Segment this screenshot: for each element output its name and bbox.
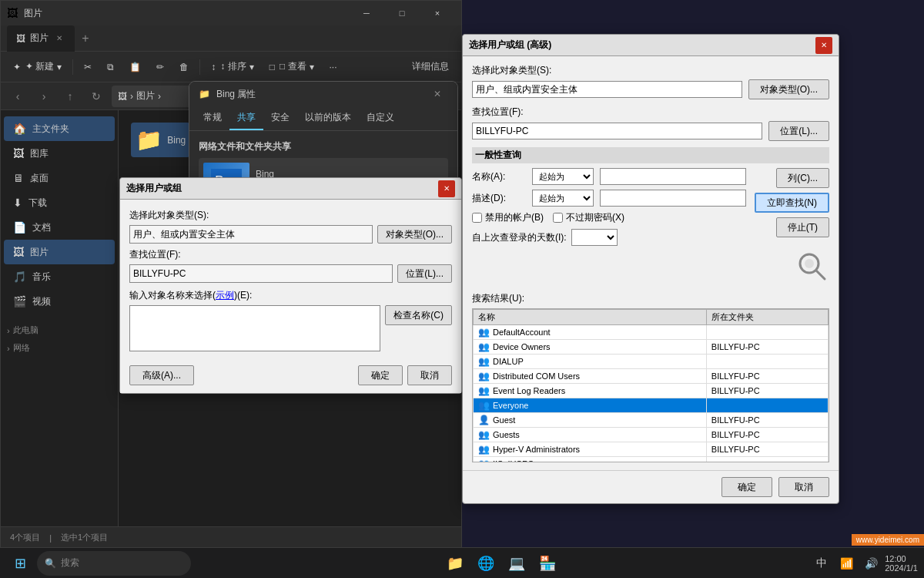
bing-dialog-title: Bing 属性 [216,88,420,101]
details-button[interactable]: 详细信息 [406,55,455,79]
desc-query-row: 描述(D): 起始为 [472,190,746,207]
type-input[interactable] [129,225,373,244]
tray-network[interactable]: 📶 [835,553,857,574]
col-name-header[interactable]: 名称 [474,310,707,325]
select-user-ok[interactable]: 确定 [358,365,403,385]
tab-close-icon[interactable]: ✕ [53,32,65,45]
tab-pictures[interactable]: 🖼 图片 ✕ [7,25,75,52]
sidebar-item-music[interactable]: 🎵 音乐 [4,264,115,289]
select-user-dialog: 选择用户或组 ✕ 选择此对象类型(S): 对象类型(O)... 查找位置(F):… [119,177,462,394]
system-tray: 中 📶 🔊 12:002024/1/1 [811,553,918,574]
sidebar-section-thispc[interactable]: › 此电脑 [1,320,118,338]
adv-location-button[interactable]: 位置(L)... [768,121,829,141]
result-name: Guests [493,430,520,439]
name-textarea[interactable] [129,305,380,351]
select-user-close[interactable]: ✕ [438,180,455,197]
table-row[interactable]: 👥 Everyone [474,398,829,413]
sidebar-item-home[interactable]: 🏠 主文件夹 [4,116,115,141]
new-tab-button[interactable]: + [75,28,96,49]
result-name: Event Log Readers [493,386,565,395]
adv-type-input[interactable] [472,81,742,98]
bing-dialog-close[interactable]: ✕ [427,83,448,105]
up-button[interactable]: ↑ [59,86,81,107]
sidebar-item-desktop[interactable]: 🖥 桌面 [4,166,115,190]
group-icon: 👥 [478,327,490,338]
adv-ok-button[interactable]: 确定 [721,477,772,497]
col-folder-header[interactable]: 所在文件夹 [706,310,828,325]
result-name-cell: 👥 Event Log Readers [474,384,707,398]
tab-previous[interactable]: 以前的版本 [297,106,359,130]
table-row[interactable]: 👥 IIS_IUSRS [474,457,829,463]
group-icon: 👥 [478,429,490,440]
tab-custom[interactable]: 自定义 [359,106,402,130]
taskbar-browser-icon[interactable]: 🌐 [472,549,500,577]
sort-button[interactable]: ↕ ↕ 排序 ▾ [205,55,259,79]
table-row[interactable]: 👥 DefaultAccount [474,325,829,340]
tab-general[interactable]: 常规 [196,106,229,130]
paste-button[interactable]: 📋 [123,55,147,79]
cut-button[interactable]: ✂ [78,55,98,79]
list-columns-button[interactable]: 列(C)... [776,168,829,188]
sidebar-section-network[interactable]: › 网络 [1,338,118,355]
adv-close[interactable]: ✕ [815,37,832,54]
input-label: 输入对象名称来选择(示例)(E): [129,289,452,302]
advanced-button[interactable]: 高级(A)... [129,365,194,385]
name-query-input[interactable] [600,168,746,185]
forward-button[interactable]: › [33,86,55,107]
folder-item-bing[interactable]: 📁 Bing [131,123,190,157]
stop-button[interactable]: 停止(T) [776,217,829,237]
location-button[interactable]: 位置(L)... [397,264,452,283]
days-select[interactable] [571,229,618,246]
table-row[interactable]: 👤 Guest BILLYFU-PC [474,413,829,428]
taskbar-search[interactable]: 🔍 搜索 [37,551,191,576]
type-button[interactable]: 对象类型(O)... [377,225,452,244]
table-row[interactable]: 👥 Guests BILLYFU-PC [474,428,829,442]
check-name-button[interactable]: 检查名称(C) [385,305,452,325]
adv-location-input[interactable] [472,123,762,139]
example-link[interactable]: 示例 [216,290,234,301]
table-row[interactable]: 👥 Event Log Readers BILLYFU-PC [474,384,829,398]
delete-button[interactable]: 🗑 [173,55,195,79]
select-user-body: 选择此对象类型(S): 对象类型(O)... 查找位置(F): 位置(L)...… [120,200,461,361]
sidebar-item-videos[interactable]: 🎬 视频 [4,289,115,314]
name-starts-select[interactable]: 起始为 [532,168,594,185]
close-button[interactable]: × [420,1,455,25]
rename-button[interactable]: ✏ [150,55,170,79]
sidebar-item-downloads[interactable]: ⬇ 下载 [4,190,115,215]
table-row[interactable]: 👥 Hyper-V Administrators BILLYFU-PC [474,442,829,457]
tray-lang[interactable]: 中 [811,553,832,574]
sidebar-item-documents[interactable]: 📄 文档 [4,215,115,240]
sidebar-item-pictures[interactable]: 🖼 图片 [4,240,115,264]
results-header-row: 名称 所在文件夹 [474,310,829,325]
tray-volume[interactable]: 🔊 [860,553,882,574]
location-input[interactable] [129,264,393,283]
view-button[interactable]: □ □ 查看 ▾ [263,55,320,79]
maximize-button[interactable]: □ [384,1,420,25]
back-button[interactable]: ‹ [7,86,28,107]
tab-security[interactable]: 安全 [263,106,297,130]
desc-query-input[interactable] [600,190,746,207]
table-row[interactable]: 👥 Device Owners BILLYFU-PC [474,340,829,355]
results-container[interactable]: 名称 所在文件夹 👥 DefaultAccount 👥 Device Owner… [472,308,829,462]
start-button[interactable]: ⊞ [6,549,34,577]
adv-type-button[interactable]: 对象类型(O)... [748,79,829,99]
sidebar-item-gallery[interactable]: 🖼 图库 [4,141,115,166]
bing-dialog-icon: 📁 [199,89,210,99]
more-button[interactable]: ··· [323,55,343,79]
desc-starts-select[interactable]: 起始为 [532,190,594,207]
disabled-accounts-checkbox[interactable] [472,213,482,223]
refresh-button[interactable]: ↻ [85,86,107,107]
new-button[interactable]: ✦ ✦ 新建 ▾ [7,55,68,79]
taskbar-pc-icon[interactable]: 💻 [503,549,531,577]
table-row[interactable]: 👥 Distributed COM Users BILLYFU-PC [474,369,829,384]
copy-button[interactable]: ⧉ [101,55,120,79]
tab-share[interactable]: 共享 [229,106,263,130]
minimize-button[interactable]: ─ [349,1,384,25]
taskbar-explorer-icon[interactable]: 📁 [441,549,469,577]
taskbar-store-icon[interactable]: 🏪 [534,549,561,577]
no-expire-checkbox[interactable] [553,213,563,223]
adv-cancel-button[interactable]: 取消 [778,477,829,497]
select-user-cancel[interactable]: 取消 [407,365,452,385]
search-now-button[interactable]: 立即查找(N) [755,193,829,213]
table-row[interactable]: 👥 DIALUP [474,355,829,369]
